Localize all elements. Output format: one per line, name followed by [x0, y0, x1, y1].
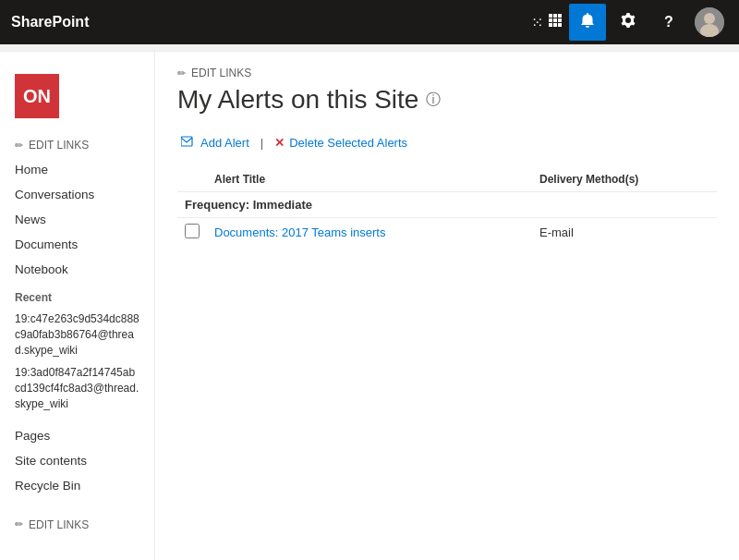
- page-title: My Alerts on this Site: [177, 85, 418, 115]
- content-edit-links-label: EDIT LINKS: [191, 67, 251, 79]
- sidebar-item-pages[interactable]: Pages: [0, 423, 154, 448]
- content-area: ✏ EDIT LINKS My Alerts on this Site ⓘ Ad…: [155, 52, 739, 560]
- toolbar-separator: |: [260, 136, 263, 150]
- add-alert-button[interactable]: Add Alert: [177, 133, 253, 152]
- page-title-container: My Alerts on this Site ⓘ: [177, 85, 717, 115]
- sidebar-item-documents[interactable]: Documents: [0, 232, 154, 257]
- svg-rect-7: [553, 23, 557, 27]
- svg-rect-2: [558, 14, 562, 18]
- sidebar-item-conversations[interactable]: Conversations: [0, 182, 154, 207]
- sidebar-bottom: Pages Site contents Recycle Bin: [0, 423, 154, 498]
- edit-links-bottom-button[interactable]: ✏ EDIT LINKS: [0, 513, 154, 537]
- topbar-actions: ⁙ ?: [528, 4, 728, 41]
- sidebar-recent-item-1[interactable]: 19:3ad0f847a2f14745abcd139cf4fc8ad3@thre…: [0, 361, 154, 415]
- sidebar-recent-item-0[interactable]: 19:c47e263c9d534dc888c9a0fab3b86764@thre…: [0, 308, 154, 361]
- edit-links-top-label: EDIT LINKS: [29, 139, 89, 152]
- app-title: SharePoint: [11, 14, 528, 30]
- table-row: Documents: 2017 Teams inserts E-mail: [177, 218, 717, 248]
- svg-rect-5: [558, 18, 562, 22]
- alert-checkbox-cell: [177, 218, 207, 248]
- info-icon[interactable]: ⓘ: [426, 91, 441, 110]
- site-logo: ON: [15, 74, 59, 118]
- pencil-icon-content: ✏: [177, 67, 186, 79]
- content-edit-links-button[interactable]: ✏ EDIT LINKS: [177, 67, 717, 79]
- edit-links-bottom-container: ✏ EDIT LINKS: [0, 513, 154, 537]
- gear-icon: [620, 12, 636, 32]
- help-icon: ?: [664, 14, 673, 30]
- site-header: ON: [0, 67, 154, 133]
- delete-alerts-button[interactable]: ✕ Delete Selected Alerts: [271, 134, 411, 152]
- alerts-toolbar: Add Alert | ✕ Delete Selected Alerts: [177, 133, 717, 152]
- delete-icon: ✕: [274, 136, 285, 150]
- delivery-method-cell: E-mail: [532, 218, 717, 248]
- sidebar-item-news[interactable]: News: [0, 207, 154, 232]
- frequency-row: Frequency: Immediate: [177, 192, 717, 218]
- sidebar-item-notebook[interactable]: Notebook: [0, 257, 154, 282]
- sidebar: ON ✏ EDIT LINKS Home Conversations News …: [0, 52, 155, 560]
- svg-rect-3: [549, 18, 552, 22]
- alert-title-link[interactable]: Documents: 2017 Teams inserts: [214, 225, 385, 239]
- col-delivery-header: Delivery Method(s): [532, 167, 717, 192]
- alert-title-cell: Documents: 2017 Teams inserts: [207, 218, 532, 248]
- grid-icon-button[interactable]: ⁙: [528, 4, 565, 41]
- svg-point-10: [704, 13, 715, 24]
- svg-rect-4: [553, 18, 557, 22]
- pencil-icon-bottom: ✏: [15, 518, 23, 530]
- frequency-label: Frequency: Immediate: [177, 192, 717, 218]
- sidebar-nav: Home Conversations News Documents Notebo…: [0, 157, 154, 282]
- delete-label: Delete Selected Alerts: [289, 136, 407, 150]
- avatar: [695, 7, 724, 37]
- sidebar-item-site-contents[interactable]: Site contents: [0, 448, 154, 473]
- recent-label: Recent: [0, 282, 154, 308]
- svg-rect-6: [549, 23, 552, 27]
- grid-icon: ⁙: [531, 13, 562, 31]
- sidebar-item-home[interactable]: Home: [0, 157, 154, 182]
- bell-icon: [579, 12, 596, 32]
- col-checkbox-header: [177, 167, 207, 192]
- add-alert-icon: [181, 135, 196, 151]
- subbar: [0, 44, 739, 52]
- alert-checkbox[interactable]: [185, 224, 200, 238]
- help-icon-button[interactable]: ?: [650, 4, 687, 41]
- svg-rect-8: [558, 23, 562, 27]
- add-alert-label: Add Alert: [200, 136, 249, 150]
- sidebar-item-recycle-bin[interactable]: Recycle Bin: [0, 473, 154, 498]
- topbar: SharePoint ⁙: [0, 0, 739, 44]
- avatar-button[interactable]: [691, 4, 728, 41]
- bell-icon-button[interactable]: [569, 4, 606, 41]
- col-alert-title-header: Alert Title: [207, 167, 532, 192]
- settings-icon-button[interactable]: [610, 4, 647, 41]
- edit-links-top-button[interactable]: ✏ EDIT LINKS: [0, 133, 154, 157]
- edit-links-bottom-label: EDIT LINKS: [29, 518, 89, 531]
- main-layout: ON ✏ EDIT LINKS Home Conversations News …: [0, 52, 739, 560]
- svg-rect-12: [181, 137, 192, 146]
- alerts-table: Alert Title Delivery Method(s) Frequency…: [177, 167, 717, 247]
- pencil-icon-top: ✏: [15, 140, 23, 152]
- svg-rect-1: [553, 14, 557, 18]
- svg-rect-0: [549, 14, 552, 18]
